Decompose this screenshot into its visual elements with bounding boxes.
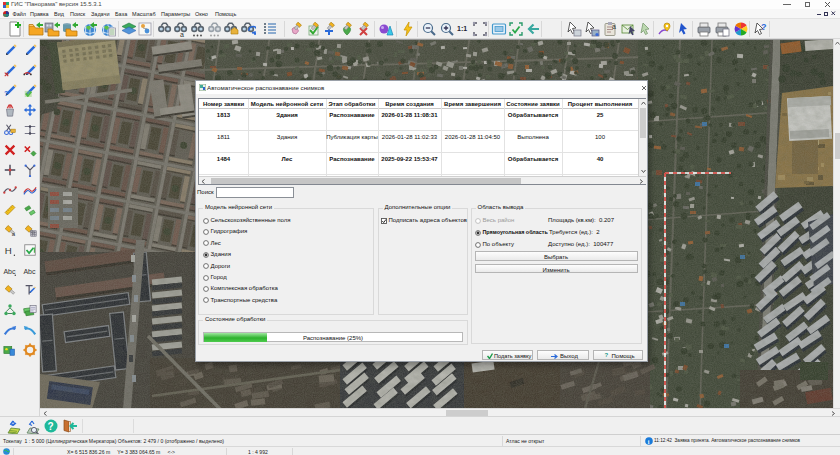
svg-text:a: a: [612, 23, 616, 30]
svg-text:H: H: [5, 245, 12, 256]
svg-text:?: ?: [4, 90, 8, 97]
svg-text:a: a: [12, 230, 16, 237]
svg-text:Abc: Abc: [23, 268, 36, 275]
svg-text:Abc: Abc: [3, 268, 16, 275]
svg-text:?: ?: [48, 421, 54, 432]
svg-text:?: ?: [761, 22, 767, 32]
svg-text:a: a: [180, 31, 184, 38]
